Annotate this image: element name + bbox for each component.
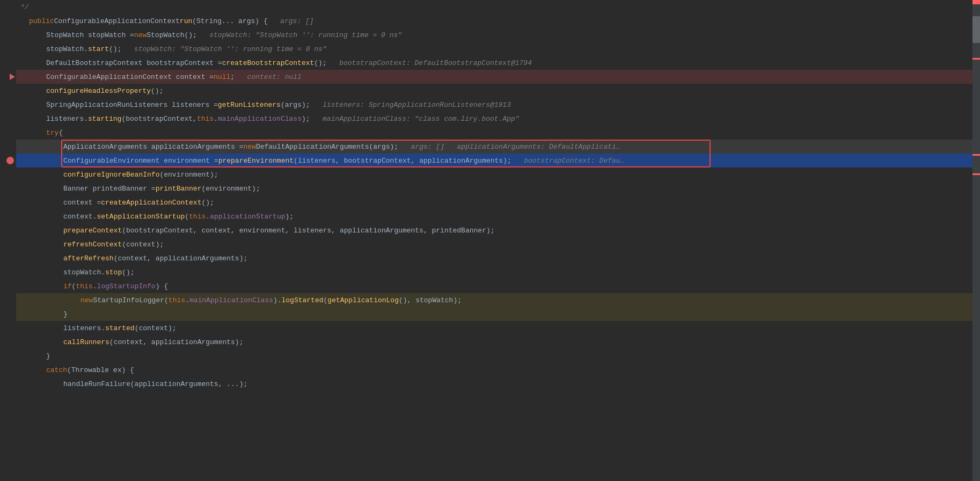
execution-arrow-icon	[10, 74, 15, 80]
code-line-24: listeners. started (context);	[16, 321, 980, 335]
code-line-8: SpringApplicationRunListeners listeners …	[16, 98, 980, 112]
gutter-row-2	[0, 14, 16, 28]
gutter-row-1	[0, 0, 16, 14]
gutter-row-14	[0, 181, 16, 195]
code-line-17: prepareContext (bootstrapContext, contex…	[16, 223, 980, 237]
gutter-row-22	[0, 293, 16, 307]
gutter-row-4	[0, 42, 16, 56]
gutter-row-17	[0, 223, 16, 237]
code-line-2: public ConfigurableApplicationContext ru…	[16, 14, 980, 28]
code-line-22: new StartupInfoLogger( this . mainApplic…	[16, 293, 980, 307]
gutter-row-28	[0, 377, 16, 391]
code-line-14: Banner printedBanner = printBanner (envi…	[16, 181, 980, 195]
gutter-row-5	[0, 56, 16, 70]
code-line-3: StopWatch stopWatch = new StopWatch(); s…	[16, 28, 980, 42]
gutter-row-7	[0, 84, 16, 98]
scrollbar-top-accent	[972, 0, 980, 4]
gutter-row-13	[0, 167, 16, 181]
code-area[interactable]: */ public ConfigurableApplicationContext…	[16, 0, 980, 481]
scrollbar-marker-2	[972, 154, 980, 156]
code-line-18: refreshContext (context);	[16, 237, 980, 251]
scrollbar-marker-3	[972, 173, 980, 175]
code-line-27: catch (Throwable ex) {	[16, 363, 980, 377]
editor-container: */ public ConfigurableApplicationContext…	[0, 0, 980, 481]
gutter-row-21	[0, 279, 16, 293]
code-line-19: afterRefresh (context, applicationArgume…	[16, 251, 980, 265]
gutter-row-6	[0, 70, 16, 84]
gutter-row-10	[0, 126, 16, 140]
gutter-row-25	[0, 335, 16, 349]
left-gutter	[0, 0, 16, 481]
code-line-16: context. setApplicationStartup ( this . …	[16, 209, 980, 223]
scrollbar-thumb[interactable]	[972, 16, 980, 43]
code-line-7: configureHeadlessProperty ();	[16, 84, 980, 98]
gutter-row-11	[0, 140, 16, 154]
code-line-11: ApplicationArguments applicationArgument…	[16, 140, 980, 154]
gutter-row-23	[0, 307, 16, 321]
gutter-row-24	[0, 321, 16, 335]
code-line-12: ConfigurableEnvironment environment = pr…	[16, 154, 980, 167]
gutter-row-26	[0, 349, 16, 363]
breakpoint-icon[interactable]	[6, 157, 14, 164]
gutter-row-20	[0, 265, 16, 279]
code-line-20: stopWatch. stop ();	[16, 265, 980, 279]
gutter-row-15	[0, 195, 16, 209]
gutter-row-3	[0, 28, 16, 42]
code-lines: */ public ConfigurableApplicationContext…	[16, 0, 980, 391]
scrollbar-marker-1	[972, 58, 980, 60]
code-line-21: if ( this . logStartupInfo ) {	[16, 279, 980, 293]
code-line-1: */	[16, 0, 980, 14]
code-line-6: ConfigurableApplicationContext context =…	[16, 70, 980, 84]
gutter-row-27	[0, 363, 16, 377]
code-line-9: listeners. starting (bootstrapContext, t…	[16, 112, 980, 126]
code-line-25: callRunners (context, applicationArgumen…	[16, 335, 980, 349]
code-line-4: stopWatch. start (); stopWatch: "StopWat…	[16, 42, 980, 56]
gutter-row-9	[0, 112, 16, 126]
gutter-row-12[interactable]	[0, 154, 16, 167]
gutter-row-18	[0, 237, 16, 251]
code-line-28: handleRunFailure(applicationArguments, .…	[16, 377, 980, 391]
gutter-row-8	[0, 98, 16, 112]
code-line-15: context = createApplicationContext ();	[16, 195, 980, 209]
code-line-13: configureIgnoreBeanInfo (environment);	[16, 167, 980, 181]
code-line-10: try {	[16, 126, 980, 140]
scrollbar-right[interactable]	[972, 0, 980, 481]
code-line-23: }	[16, 307, 980, 321]
gutter-row-16	[0, 209, 16, 223]
code-line-5: DefaultBootstrapContext bootstrapContext…	[16, 56, 980, 70]
gutter-row-19	[0, 251, 16, 265]
code-line-26: }	[16, 349, 980, 363]
